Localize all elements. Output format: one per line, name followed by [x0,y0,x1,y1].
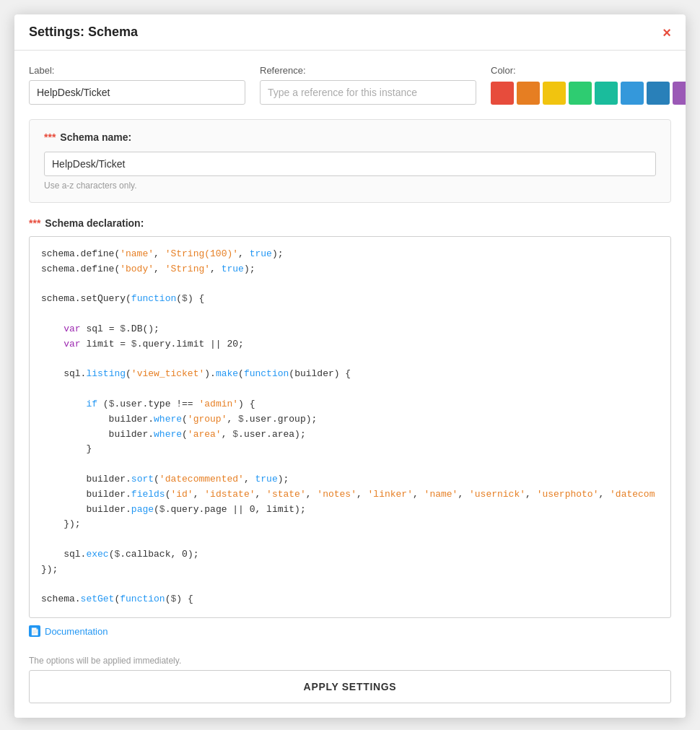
code-line-6: var sql = $.DB(); [41,322,659,337]
code-line-22: }); [41,562,659,578]
color-field-group: Color: [491,65,686,105]
code-line-10 [41,382,659,397]
color-swatch-orange[interactable] [517,82,540,105]
label-input[interactable] [29,80,245,105]
code-line-24: schema.setGet(function($) { [41,592,659,607]
schema-name-section: *** Schema name: Use a-z characters only… [29,119,671,203]
label-field-group: Label: [29,65,245,105]
schema-name-hint: Use a-z characters only. [44,181,656,191]
code-line-14: } [41,442,659,457]
modal-title: Settings: Schema [29,25,138,40]
reference-input[interactable] [260,80,476,105]
declaration-title: *** Schema declaration: [29,217,671,229]
reference-field-label: Reference: [260,65,476,76]
modal-header: Settings: Schema × [14,14,686,51]
color-field-label: Color: [491,65,686,76]
code-line-1: schema.define('name', 'String(100)', tru… [41,247,659,262]
code-line-7: var limit = $.query.limit || 20; [41,337,659,352]
required-star: *** [44,131,56,143]
code-line-19: }); [41,517,659,532]
schema-name-input[interactable] [44,152,656,176]
code-line-15 [41,457,659,472]
code-line-2: schema.define('body', 'String', true); [41,262,659,277]
color-swatch-light-blue[interactable] [621,82,644,105]
close-button[interactable]: × [662,25,671,40]
code-line-20 [41,532,659,547]
modal-body: Label: Reference: Color: [14,51,686,718]
doc-icon: 📄 [29,625,40,637]
footer-note: The options will be applied immediately. [29,648,671,670]
color-swatches [491,82,686,105]
code-line-23 [41,578,659,593]
label-field-label: Label: [29,65,245,76]
code-line-17: builder.fields('id', 'idstate', 'state',… [41,487,659,503]
code-line-21: sql.exec($.callback, 0); [41,547,659,562]
schema-name-title: *** Schema name: [44,131,656,143]
code-line-11: if ($.user.type !== 'admin') { [41,397,659,412]
code-line-4: schema.setQuery(function($) { [41,292,659,307]
color-swatch-yellow[interactable] [543,82,566,105]
settings-schema-modal: Settings: Schema × Label: Reference: Col… [14,14,686,718]
code-editor[interactable]: schema.define('name', 'String(100)', tru… [29,236,671,618]
schema-declaration-section: *** Schema declaration: schema.define('n… [29,217,671,637]
color-swatch-green[interactable] [569,82,592,105]
color-swatch-red[interactable] [491,82,514,105]
color-swatch-blue[interactable] [647,82,670,105]
top-fields-row: Label: Reference: Color: [29,65,671,105]
code-line-8 [41,352,659,368]
reference-field-group: Reference: [260,65,476,105]
code-line-9: sql.listing('view_ticket').make(function… [41,367,659,382]
code-line-18: builder.page($.query.page || 0, limit); [41,503,659,518]
code-line-3 [41,277,659,292]
declaration-required-star: *** [29,217,40,229]
color-swatch-teal[interactable] [595,82,618,105]
code-line-13: builder.where('area', $.user.area); [41,427,659,443]
code-line-5 [41,307,659,322]
documentation-link[interactable]: 📄 Documentation [29,625,671,637]
code-line-12: builder.where('group', $.user.group); [41,412,659,427]
code-line-16: builder.sort('datecommented', true); [41,472,659,487]
color-swatch-purple[interactable] [673,82,686,105]
apply-settings-button[interactable]: APPLY SETTINGS [29,670,671,703]
